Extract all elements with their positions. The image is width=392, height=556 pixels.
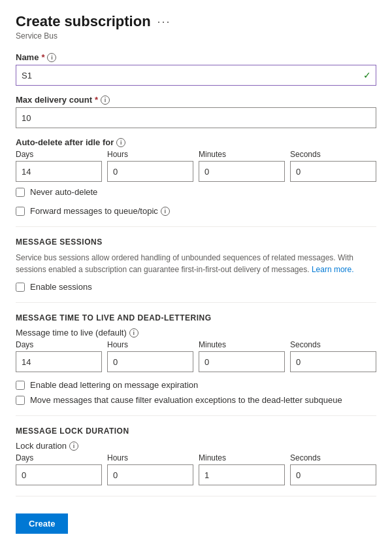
auto-delete-hours: Hours — [107, 150, 193, 182]
never-auto-delete-label: Never auto-delete — [30, 187, 97, 197]
lock-days-input[interactable] — [16, 464, 102, 485]
enable-sessions-label: Enable sessions — [30, 282, 92, 292]
filter-exception-label: Move messages that cause filter evaluati… — [30, 395, 342, 405]
max-delivery-input[interactable] — [16, 107, 376, 128]
divider-2 — [16, 302, 376, 303]
required-star: * — [41, 52, 44, 62]
page-subtitle: Service Bus — [16, 31, 376, 41]
max-delivery-input-wrapper — [16, 107, 376, 128]
lock-days: Days — [16, 453, 102, 485]
lock-duration-section: MESSAGE LOCK DURATION Lock duration i Da… — [16, 426, 376, 485]
auto-delete-minutes: Minutes — [199, 150, 285, 182]
enable-sessions-row: Enable sessions — [16, 282, 376, 292]
dead-letter-label: Enable dead lettering on message expirat… — [30, 380, 198, 390]
forward-messages-checkbox[interactable] — [16, 207, 25, 216]
lock-time-grid: Days Hours Minutes Seconds — [16, 453, 376, 485]
enable-sessions-checkbox[interactable] — [16, 283, 25, 292]
lock-duration-title: MESSAGE LOCK DURATION — [16, 426, 376, 436]
forward-messages-label: Forward messages to queue/topic i — [30, 206, 170, 216]
ellipsis-menu[interactable]: ··· — [157, 15, 171, 29]
divider-1 — [16, 226, 376, 227]
max-delivery-field-group: Max delivery count * i — [16, 95, 376, 128]
forward-messages-info-icon[interactable]: i — [161, 207, 170, 216]
message-sessions-title: MESSAGE SESSIONS — [16, 237, 376, 247]
auto-delete-time-grid: Days Hours Minutes Seconds — [16, 150, 376, 182]
lock-hours: Hours — [107, 453, 193, 485]
bottom-bar: Create — [16, 496, 376, 534]
never-auto-delete-checkbox[interactable] — [16, 188, 25, 197]
ttl-hours: Hours — [107, 340, 193, 372]
ttl-info-icon[interactable]: i — [129, 328, 139, 338]
auto-delete-field-group: Auto-delete after idle for i Days Hours … — [16, 137, 376, 197]
lock-hours-input[interactable] — [107, 464, 193, 485]
auto-delete-seconds-input[interactable] — [290, 161, 376, 182]
dead-letter-row: Enable dead lettering on message expirat… — [16, 380, 376, 390]
auto-delete-info-icon[interactable]: i — [116, 138, 125, 147]
ttl-days: Days — [16, 340, 102, 372]
lock-minutes: Minutes — [199, 453, 285, 485]
ttl-minutes: Minutes — [199, 340, 285, 372]
never-auto-delete-row: Never auto-delete — [16, 187, 376, 197]
auto-delete-label: Auto-delete after idle for i — [16, 137, 376, 147]
create-button[interactable]: Create — [16, 513, 68, 534]
checkmark-icon: ✓ — [363, 70, 371, 80]
ttl-days-input[interactable] — [16, 351, 102, 372]
required-star-2: * — [95, 95, 98, 105]
auto-delete-hours-input[interactable] — [107, 161, 193, 182]
filter-exception-checkbox[interactable] — [16, 396, 25, 405]
forward-messages-row: Forward messages to queue/topic i — [16, 206, 376, 216]
lock-minutes-input[interactable] — [199, 464, 285, 485]
page-title: Create subscription — [16, 13, 151, 30]
name-label: Name * i — [16, 52, 376, 62]
name-input-wrapper: ✓ — [16, 65, 376, 86]
max-delivery-info-icon[interactable]: i — [101, 96, 110, 105]
auto-delete-days: Days — [16, 150, 102, 182]
lock-info-icon[interactable]: i — [69, 442, 78, 451]
name-field-group: Name * i ✓ — [16, 52, 376, 86]
auto-delete-minutes-input[interactable] — [199, 161, 285, 182]
max-delivery-label: Max delivery count * i — [16, 95, 376, 105]
ttl-minutes-input[interactable] — [199, 351, 285, 372]
lock-label: Lock duration i — [16, 441, 376, 451]
ttl-seconds: Seconds — [290, 340, 376, 372]
name-info-icon[interactable]: i — [47, 53, 56, 62]
ttl-hours-input[interactable] — [107, 351, 193, 372]
divider-3 — [16, 415, 376, 416]
dead-letter-checkbox[interactable] — [16, 381, 25, 390]
filter-exception-row: Move messages that cause filter evaluati… — [16, 395, 376, 405]
ttl-label: Message time to live (default) i — [16, 328, 376, 338]
ttl-seconds-input[interactable] — [290, 351, 376, 372]
message-ttl-title: MESSAGE TIME TO LIVE AND DEAD-LETTERING — [16, 313, 376, 322]
name-input[interactable] — [16, 65, 376, 86]
auto-delete-seconds: Seconds — [290, 150, 376, 182]
message-sessions-section: MESSAGE SESSIONS Service bus sessions al… — [16, 237, 376, 292]
lock-seconds: Seconds — [290, 453, 376, 485]
message-ttl-section: MESSAGE TIME TO LIVE AND DEAD-LETTERING … — [16, 313, 376, 405]
lock-seconds-input[interactable] — [290, 464, 376, 485]
learn-more-link[interactable]: Learn more. — [312, 265, 354, 274]
ttl-time-grid: Days Hours Minutes Seconds — [16, 340, 376, 372]
auto-delete-days-input[interactable] — [16, 161, 102, 182]
page-header: Create subscription ··· Service Bus — [16, 13, 376, 41]
message-sessions-description: Service bus sessions allow ordered handl… — [16, 252, 376, 275]
